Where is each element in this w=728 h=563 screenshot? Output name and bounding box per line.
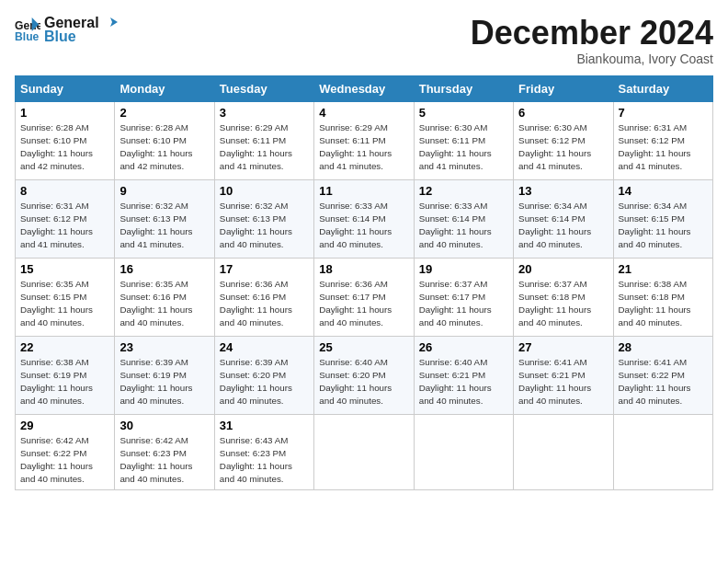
calendar-week-row: 8Sunrise: 6:31 AMSunset: 6:12 PMDaylight…: [16, 179, 713, 258]
calendar-week-row: 1Sunrise: 6:28 AMSunset: 6:10 PMDaylight…: [16, 101, 713, 179]
day-info: Sunrise: 6:42 AMSunset: 6:23 PMDaylight:…: [119, 434, 209, 487]
day-of-week-header: Saturday: [613, 75, 712, 101]
day-info: Sunrise: 6:31 AMSunset: 6:12 PMDaylight:…: [619, 121, 708, 174]
day-number: 21: [619, 262, 708, 276]
day-number: 11: [319, 184, 408, 198]
calendar-cell: 25Sunrise: 6:40 AMSunset: 6:20 PMDayligh…: [314, 336, 414, 414]
logo-icon: General Blue: [15, 17, 40, 43]
calendar-cell: 14Sunrise: 6:34 AMSunset: 6:15 PMDayligh…: [613, 179, 712, 258]
calendar-cell: 22Sunrise: 6:38 AMSunset: 6:19 PMDayligh…: [16, 336, 115, 414]
calendar-cell: 27Sunrise: 6:41 AMSunset: 6:21 PMDayligh…: [514, 336, 613, 414]
calendar-cell: 28Sunrise: 6:41 AMSunset: 6:22 PMDayligh…: [613, 336, 712, 414]
month-title: December 2024: [471, 15, 713, 52]
day-of-week-header: Monday: [115, 75, 214, 101]
calendar-cell: [414, 414, 513, 490]
day-info: Sunrise: 6:34 AMSunset: 6:15 PMDaylight:…: [619, 200, 708, 252]
day-number: 29: [20, 419, 109, 432]
day-info: Sunrise: 6:38 AMSunset: 6:18 PMDaylight:…: [619, 278, 708, 330]
calendar-cell: 20Sunrise: 6:37 AMSunset: 6:18 PMDayligh…: [514, 258, 613, 336]
day-of-week-header: Friday: [514, 75, 613, 101]
day-info: Sunrise: 6:39 AMSunset: 6:20 PMDaylight:…: [220, 356, 309, 408]
day-info: Sunrise: 6:35 AMSunset: 6:15 PMDaylight:…: [20, 278, 109, 330]
day-number: 2: [119, 106, 209, 120]
day-number: 3: [220, 106, 309, 120]
day-of-week-header: Thursday: [414, 75, 513, 101]
day-info: Sunrise: 6:33 AMSunset: 6:14 PMDaylight:…: [419, 200, 508, 252]
day-number: 14: [619, 184, 708, 198]
day-number: 18: [319, 262, 408, 276]
day-number: 8: [20, 184, 109, 198]
day-number: 7: [619, 106, 708, 120]
day-number: 20: [518, 262, 608, 276]
calendar-cell: 8Sunrise: 6:31 AMSunset: 6:12 PMDaylight…: [16, 179, 115, 258]
calendar-cell: 12Sunrise: 6:33 AMSunset: 6:14 PMDayligh…: [414, 179, 513, 258]
day-of-week-header: Wednesday: [314, 75, 414, 101]
location: Biankouma, Ivory Coast: [471, 52, 713, 66]
day-number: 25: [319, 340, 408, 354]
calendar-cell: 7Sunrise: 6:31 AMSunset: 6:12 PMDaylight…: [613, 101, 712, 179]
calendar-week-row: 15Sunrise: 6:35 AMSunset: 6:15 PMDayligh…: [16, 258, 713, 336]
title-block: December 2024 Biankouma, Ivory Coast: [471, 15, 713, 66]
calendar-cell: 4Sunrise: 6:29 AMSunset: 6:11 PMDaylight…: [314, 101, 414, 179]
day-number: 15: [20, 262, 109, 276]
day-info: Sunrise: 6:41 AMSunset: 6:21 PMDaylight:…: [518, 356, 608, 408]
day-number: 27: [518, 340, 608, 354]
logo-bird-icon: [101, 15, 118, 31]
day-info: Sunrise: 6:36 AMSunset: 6:17 PMDaylight:…: [319, 278, 408, 330]
calendar-cell: 26Sunrise: 6:40 AMSunset: 6:21 PMDayligh…: [414, 336, 513, 414]
calendar-cell: 24Sunrise: 6:39 AMSunset: 6:20 PMDayligh…: [214, 336, 313, 414]
calendar-cell: 9Sunrise: 6:32 AMSunset: 6:13 PMDaylight…: [115, 179, 214, 258]
logo: General Blue General Blue: [15, 15, 118, 45]
day-number: 16: [119, 262, 209, 276]
day-info: Sunrise: 6:32 AMSunset: 6:13 PMDaylight:…: [119, 200, 209, 252]
day-number: 12: [419, 184, 508, 198]
day-number: 6: [518, 106, 608, 120]
day-info: Sunrise: 6:34 AMSunset: 6:14 PMDaylight:…: [518, 200, 608, 252]
day-number: 1: [20, 106, 109, 120]
day-info: Sunrise: 6:33 AMSunset: 6:14 PMDaylight:…: [319, 200, 408, 252]
day-number: 31: [220, 419, 309, 432]
calendar-week-row: 22Sunrise: 6:38 AMSunset: 6:19 PMDayligh…: [16, 336, 713, 414]
calendar-cell: 29Sunrise: 6:42 AMSunset: 6:22 PMDayligh…: [16, 414, 115, 490]
calendar-cell: 11Sunrise: 6:33 AMSunset: 6:14 PMDayligh…: [314, 179, 414, 258]
calendar-cell: 13Sunrise: 6:34 AMSunset: 6:14 PMDayligh…: [514, 179, 613, 258]
calendar-cell: 30Sunrise: 6:42 AMSunset: 6:23 PMDayligh…: [115, 414, 214, 490]
day-number: 22: [20, 340, 109, 354]
day-info: Sunrise: 6:32 AMSunset: 6:13 PMDaylight:…: [220, 200, 309, 252]
calendar-body: 1Sunrise: 6:28 AMSunset: 6:10 PMDaylight…: [16, 101, 713, 490]
day-number: 26: [419, 340, 508, 354]
day-info: Sunrise: 6:29 AMSunset: 6:11 PMDaylight:…: [319, 121, 408, 174]
svg-text:Blue: Blue: [15, 30, 40, 43]
calendar-cell: 5Sunrise: 6:30 AMSunset: 6:11 PMDaylight…: [414, 101, 513, 179]
calendar-cell: [314, 414, 414, 490]
calendar-cell: 2Sunrise: 6:28 AMSunset: 6:10 PMDaylight…: [115, 101, 214, 179]
day-info: Sunrise: 6:29 AMSunset: 6:11 PMDaylight:…: [220, 121, 309, 174]
calendar-header-row: SundayMondayTuesdayWednesdayThursdayFrid…: [16, 75, 713, 101]
calendar-cell: 31Sunrise: 6:43 AMSunset: 6:23 PMDayligh…: [214, 414, 313, 490]
day-info: Sunrise: 6:28 AMSunset: 6:10 PMDaylight:…: [119, 121, 209, 174]
day-info: Sunrise: 6:43 AMSunset: 6:23 PMDaylight:…: [220, 434, 309, 487]
day-info: Sunrise: 6:37 AMSunset: 6:18 PMDaylight:…: [518, 278, 608, 330]
calendar-cell: 17Sunrise: 6:36 AMSunset: 6:16 PMDayligh…: [214, 258, 313, 336]
day-of-week-header: Tuesday: [214, 75, 313, 101]
calendar-cell: 1Sunrise: 6:28 AMSunset: 6:10 PMDaylight…: [16, 101, 115, 179]
day-number: 23: [119, 340, 209, 354]
day-of-week-header: Sunday: [16, 75, 115, 101]
day-info: Sunrise: 6:42 AMSunset: 6:22 PMDaylight:…: [20, 434, 109, 487]
day-info: Sunrise: 6:37 AMSunset: 6:17 PMDaylight:…: [419, 278, 508, 330]
calendar-cell: 18Sunrise: 6:36 AMSunset: 6:17 PMDayligh…: [314, 258, 414, 336]
day-number: 5: [419, 106, 508, 120]
day-info: Sunrise: 6:28 AMSunset: 6:10 PMDaylight:…: [20, 121, 109, 174]
day-number: 13: [518, 184, 608, 198]
svg-marker-3: [110, 17, 118, 27]
day-number: 19: [419, 262, 508, 276]
day-info: Sunrise: 6:30 AMSunset: 6:12 PMDaylight:…: [518, 121, 608, 174]
calendar-cell: 21Sunrise: 6:38 AMSunset: 6:18 PMDayligh…: [613, 258, 712, 336]
day-info: Sunrise: 6:40 AMSunset: 6:20 PMDaylight:…: [319, 356, 408, 408]
calendar-cell: 3Sunrise: 6:29 AMSunset: 6:11 PMDaylight…: [214, 101, 313, 179]
day-number: 17: [220, 262, 309, 276]
day-info: Sunrise: 6:36 AMSunset: 6:16 PMDaylight:…: [220, 278, 309, 330]
day-info: Sunrise: 6:30 AMSunset: 6:11 PMDaylight:…: [419, 121, 508, 174]
calendar-cell: 6Sunrise: 6:30 AMSunset: 6:12 PMDaylight…: [514, 101, 613, 179]
calendar-table: SundayMondayTuesdayWednesdayThursdayFrid…: [15, 75, 713, 491]
